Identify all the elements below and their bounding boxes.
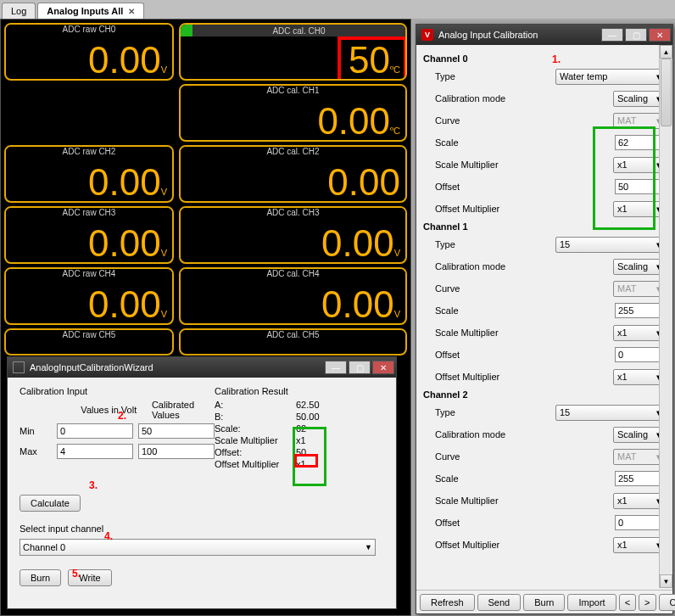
calibration-wizard-window: AnalogInputCalibrationWizard — ▢ ✕ Calib… [7,356,397,609]
refresh-button[interactable]: Refresh [420,594,475,611]
close-button[interactable]: ✕ [649,28,671,42]
max-volt-input[interactable] [57,444,133,459]
a-value: 62.50 [296,400,320,410]
tab-analog-inputs[interactable]: Analog Inputs All✕ [37,3,144,19]
scroll-up-button[interactable]: ▲ [660,45,672,59]
type-label: Type [423,71,533,81]
curve-label: Curve [423,115,533,126]
channel-2-head: Channel 2 [423,389,666,400]
gauge-cal-ch0: ADC cal. CH0 50ºC [179,23,407,81]
min-cal-input[interactable] [138,423,215,439]
a-label: A: [215,400,296,410]
gauge-raw-ch4: ADC raw CH4 0.00V [4,267,174,325]
prev-button[interactable]: < [619,594,636,611]
max-cal-input[interactable] [138,444,215,459]
offsetmult-label: Offset Multiplier [423,540,533,550]
annotation-2: 2. [118,410,126,422]
highlight-box [338,36,407,81]
offsetmult-label: Offset Multiplier [423,372,533,382]
tab-bar: Log Analog Inputs All✕ [0,0,675,19]
scroll-thumb[interactable] [661,59,672,126]
offset-label: Offset [423,182,533,192]
gauge-raw-ch2: ADC raw CH2 0.00V [4,145,174,203]
ch2-type-select[interactable]: 15▾ [555,405,666,421]
gauge-cal-ch2: ADC cal. CH2 0.00 [179,145,407,203]
ch1-scalemult-select[interactable]: x1▾ [613,325,666,341]
burn-button[interactable]: Burn [523,594,565,611]
max-label: Max [20,446,57,456]
scale-label: Scale [423,473,533,484]
minimize-button[interactable]: — [601,28,623,42]
min-label: Min [20,426,57,436]
scroll-down-button[interactable]: ▼ [660,574,672,588]
offset-label: Offset: [215,447,296,457]
maximize-button[interactable]: ▢ [625,28,647,42]
b-label: B: [215,412,296,422]
ch2-scale-input[interactable] [615,471,666,486]
scalemult-label: Scale Multiplier [423,496,533,506]
gauge-raw-ch5: ADC raw CH5 [4,328,174,356]
gauge-cal-ch3: ADC cal. CH3 0.00V [179,206,407,264]
highlight-green [593,126,655,230]
sidebar-bottom-bar: Refresh Send Burn Import < > Close [416,590,672,613]
burn-button[interactable]: Burn [20,569,61,586]
tab-log[interactable]: Log [2,3,36,19]
ch1-calibmode-select[interactable]: Scaling▾ [613,259,666,275]
gauge-cal-ch1: ADC cal. CH1 0.00ºC [179,84,407,142]
ch1-type-select[interactable]: 15▾ [555,237,666,253]
ch1-offset-input[interactable] [615,347,666,362]
sidebar-titlebar[interactable]: V Analog Input Calibration — ▢ ✕ [416,25,672,45]
scalemult-label: Scale Multiplier [423,160,533,170]
scale-label: Scale: [215,423,296,434]
import-button[interactable]: Import [567,594,616,611]
scalemult-label: Scale Multiplier [423,328,533,338]
ch1-curve-select: MAT▾ [613,281,666,297]
offsetmult-label: Offset Multiplier [423,204,533,214]
calibrated-values-header: Calibrated Values [152,400,215,420]
wizard-titlebar[interactable]: AnalogInputCalibrationWizard — ▢ ✕ [8,357,396,378]
values-volt-header: Values in Volt [81,405,147,415]
next-button[interactable]: > [639,594,655,611]
type-label: Type [423,239,533,249]
min-volt-input[interactable] [57,423,133,439]
ch1-scale-input[interactable] [615,303,666,318]
app-icon [13,361,25,373]
offset-label: Offset [423,350,533,360]
wizard-title: AnalogInputCalibrationWizard [30,362,153,372]
ch0-type-select[interactable]: Water temp▾ [555,69,666,85]
offsetmult-label: Offset Multiplier [215,459,296,469]
close-button[interactable]: ✕ [372,361,394,374]
channel-0-head: Channel 0 [423,53,666,64]
ch2-offsetmult-select[interactable]: x1▾ [613,537,666,553]
status-indicator [181,25,192,36]
select-channel-label: Select input channel [20,524,384,534]
ch2-offset-input[interactable] [615,515,666,530]
offset-label: Offset [423,518,533,528]
annotation-3: 3. [89,479,98,491]
maximize-button[interactable]: ▢ [349,361,371,374]
ch0-calibmode-select[interactable]: Scaling▾ [613,91,666,107]
calibmode-label: Calibration mode [423,261,533,272]
gauge-cal-ch5: ADC cal. CH5 [179,328,407,356]
annotation-4: 4. [104,530,113,542]
app-icon: V [421,29,433,41]
minimize-button[interactable]: — [325,361,347,374]
calib-result-label: Calibration Result [215,386,384,396]
ch2-calibmode-select[interactable]: Scaling▾ [613,427,666,443]
ch2-scalemult-select[interactable]: x1▾ [613,493,666,509]
gauge-raw-ch3: ADC raw CH3 0.00V [4,206,174,264]
gauge-cal-ch4: ADC cal. CH4 0.00V [179,267,407,325]
sidebar-title: Analog Input Calibration [438,30,538,40]
close-button[interactable]: Close [659,594,675,611]
close-icon[interactable]: ✕ [128,7,135,16]
channel-select[interactable]: Channel 0▼ [20,539,376,556]
gauge-raw-ch0: ADC raw CH0 0.00V [4,23,174,81]
ch1-offsetmult-select[interactable]: x1▾ [613,369,666,385]
send-button[interactable]: Send [477,594,522,611]
scrollbar[interactable]: ▲ ▼ [659,45,672,588]
chevron-down-icon: ▼ [365,543,372,552]
annotation-1: 1. [552,53,561,65]
curve-label: Curve [423,451,533,462]
b-value: 50.00 [296,412,320,422]
calculate-button[interactable]: Calculate [20,495,81,512]
